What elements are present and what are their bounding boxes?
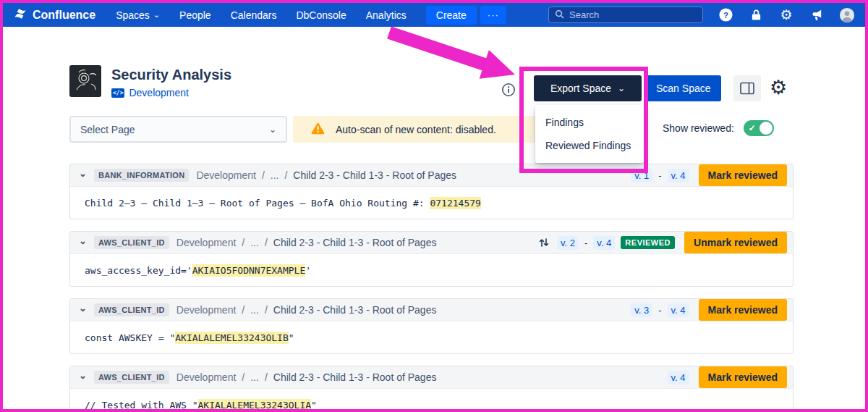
- nav-item-calendars[interactable]: Calendars: [231, 9, 277, 21]
- toggle-knob: [760, 122, 773, 135]
- megaphone-icon[interactable]: [809, 7, 825, 23]
- nav-item-analytics[interactable]: Analytics: [366, 9, 407, 21]
- info-icon[interactable]: [501, 83, 516, 98]
- breadcrumb-ellipsis[interactable]: ...: [250, 304, 259, 316]
- breadcrumb: Development / ... / Child 2-3 - Child 1-…: [176, 371, 437, 383]
- code-text: ": [311, 400, 317, 411]
- breadcrumb-space[interactable]: Development: [176, 304, 237, 316]
- reviewed-status-badge: REVIEWED: [621, 236, 675, 249]
- select-page-dropdown[interactable]: Select Page ⌄: [69, 116, 287, 143]
- menu-item-findings[interactable]: Findings: [535, 111, 644, 134]
- finding-content: // Tested with AWS "AKIALALEMEL33243OLIA…: [70, 389, 793, 412]
- match-highlight: AKIALALEMEL33243OLIB: [175, 332, 289, 344]
- menu-item-reviewed-findings[interactable]: Reviewed Findings: [535, 134, 644, 157]
- code-text: const AWSKEY = ": [85, 332, 175, 343]
- breadcrumb-separator: /: [262, 169, 265, 181]
- breadcrumb: Development / ... / Child 2-3 - Child 1-…: [176, 304, 437, 316]
- code-text: aws_access_key_id=': [85, 265, 192, 276]
- breadcrumb: Development / ... / Child 2-3 - Child 1-…: [196, 169, 456, 181]
- code-text: // Tested with AWS ": [85, 400, 198, 411]
- version-link[interactable]: v. 2: [557, 236, 579, 250]
- export-space-label: Export Space: [550, 83, 611, 94]
- nav-item-spaces[interactable]: Spaces ⌄: [116, 9, 160, 21]
- search-box[interactable]: [548, 7, 703, 23]
- nav-item-label: DbConsole: [296, 9, 346, 21]
- breadcrumb-ellipsis[interactable]: ...: [250, 371, 259, 383]
- finding-card: ⌄ AWS_CLIENT_ID Development / ... / Chil…: [69, 366, 793, 412]
- sidebar-layout-icon[interactable]: [733, 75, 761, 101]
- search-icon: [555, 9, 564, 22]
- breadcrumb-page[interactable]: Child 2-3 - Child 1-3 - Root of Pages: [273, 371, 437, 383]
- warning-text: Auto-scan of new content: disabled.: [336, 124, 496, 135]
- breadcrumb: Development / ... / Child 2-3 - Child 1-…: [176, 237, 437, 248]
- space-avatar[interactable]: [69, 65, 101, 97]
- show-reviewed-toggle[interactable]: ✓: [744, 120, 774, 136]
- scan-space-button[interactable]: Scan Space: [646, 75, 721, 101]
- version-link[interactable]: v. 4: [668, 169, 689, 182]
- breadcrumb-ellipsis[interactable]: ...: [250, 237, 259, 248]
- chevron-down-icon: ⌄: [618, 84, 625, 93]
- finding-actions: v. 4 Mark reviewed: [668, 366, 788, 388]
- avatar[interactable]: [839, 7, 855, 23]
- finding-type-badge: AWS_CLIENT_ID: [94, 371, 169, 384]
- mark-reviewed-button[interactable]: Mark reviewed: [699, 366, 788, 388]
- select-page-label: Select Page: [80, 124, 135, 135]
- chevron-down-icon: ⌄: [153, 11, 160, 19]
- chevron-down-icon: ⌄: [269, 125, 276, 134]
- more-button[interactable]: ···: [480, 6, 506, 24]
- top-nav: Confluence Spaces ⌄ People Calendars DbC…: [3, 3, 865, 27]
- version-link[interactable]: v. 4: [593, 236, 615, 250]
- mark-reviewed-button[interactable]: Mark reviewed: [699, 299, 788, 321]
- nav-item-people[interactable]: People: [179, 9, 211, 21]
- compare-versions-icon[interactable]: [538, 237, 550, 248]
- finding-header: ⌄ AWS_CLIENT_ID Development / ... / Chil…: [70, 299, 793, 321]
- version-link[interactable]: v. 1: [631, 169, 652, 182]
- unmark-reviewed-button[interactable]: Unmark reviewed: [684, 232, 787, 253]
- version-dash: -: [584, 237, 587, 248]
- space-type-link[interactable]: </> Development: [111, 87, 189, 98]
- code-text: Child 2–3 – Child 1–3 – Root of Pages – …: [85, 198, 430, 209]
- nav-item-label: Calendars: [231, 9, 277, 21]
- confluence-logo[interactable]: Confluence: [13, 7, 95, 24]
- brand-name: Confluence: [33, 9, 95, 22]
- help-icon[interactable]: ?: [718, 7, 733, 23]
- version-link[interactable]: v. 4: [668, 303, 689, 317]
- code-snippet: aws_access_key_id='AKIAIO5FODNN7EXAMPLE': [85, 264, 311, 277]
- breadcrumb-page[interactable]: Child 2-3 - Child 1-3 - Root of Pages: [293, 169, 456, 181]
- page: Confluence Spaces ⌄ People Calendars DbC…: [0, 0, 868, 412]
- finding-content: aws_access_key_id='AKIAIO5FODNN7EXAMPLE': [70, 254, 793, 286]
- finding-header: ⌄ AWS_CLIENT_ID Development / ... / Chil…: [70, 232, 793, 254]
- code-macro-icon: </>: [111, 88, 124, 98]
- nav-item-dbconsole[interactable]: DbConsole: [296, 9, 346, 21]
- lock-icon[interactable]: [748, 7, 764, 23]
- finding-content: Child 2–3 – Child 1–3 – Root of Pages – …: [70, 187, 793, 219]
- search-input[interactable]: [569, 9, 697, 20]
- code-snippet: // Tested with AWS "AKIALALEMEL33243OLIA…: [85, 399, 317, 411]
- show-reviewed-label: Show reviewed:: [663, 122, 734, 134]
- breadcrumb-separator: /: [242, 371, 244, 383]
- breadcrumb-space[interactable]: Development: [196, 169, 256, 181]
- create-button[interactable]: Create: [426, 6, 477, 25]
- collapse-chevron-icon[interactable]: ⌄: [79, 303, 87, 314]
- version-dash: -: [658, 305, 661, 316]
- match-highlight: AKIAIO5FODNN7EXAMPLE: [192, 264, 306, 277]
- export-space-button[interactable]: Export Space ⌄: [534, 75, 642, 101]
- mark-reviewed-button[interactable]: Mark reviewed: [699, 164, 788, 186]
- breadcrumb-space[interactable]: Development: [176, 371, 237, 383]
- finding-actions: v. 3 - v. 4 Mark reviewed: [631, 299, 787, 321]
- settings-gear-icon[interactable]: ⚙: [764, 73, 793, 102]
- warning-icon: [311, 122, 325, 137]
- code-text: ": [289, 332, 294, 343]
- breadcrumb-page[interactable]: Child 2-3 - Child 1-3 - Root of Pages: [273, 304, 437, 316]
- breadcrumb-page[interactable]: Child 2-3 - Child 1-3 - Root of Pages: [273, 237, 437, 248]
- collapse-chevron-icon[interactable]: ⌄: [79, 168, 87, 179]
- match-highlight: 071214579: [430, 197, 480, 209]
- collapse-chevron-icon[interactable]: ⌄: [79, 235, 87, 246]
- code-snippet: const AWSKEY = "AKIALALEMEL33243OLIB": [85, 332, 294, 344]
- gear-icon[interactable]: ⚙: [778, 7, 794, 23]
- breadcrumb-space[interactable]: Development: [176, 237, 237, 248]
- breadcrumb-ellipsis[interactable]: ...: [271, 169, 279, 181]
- version-link[interactable]: v. 3: [631, 303, 652, 317]
- version-link[interactable]: v. 4: [668, 371, 689, 384]
- collapse-chevron-icon[interactable]: ⌄: [79, 370, 87, 381]
